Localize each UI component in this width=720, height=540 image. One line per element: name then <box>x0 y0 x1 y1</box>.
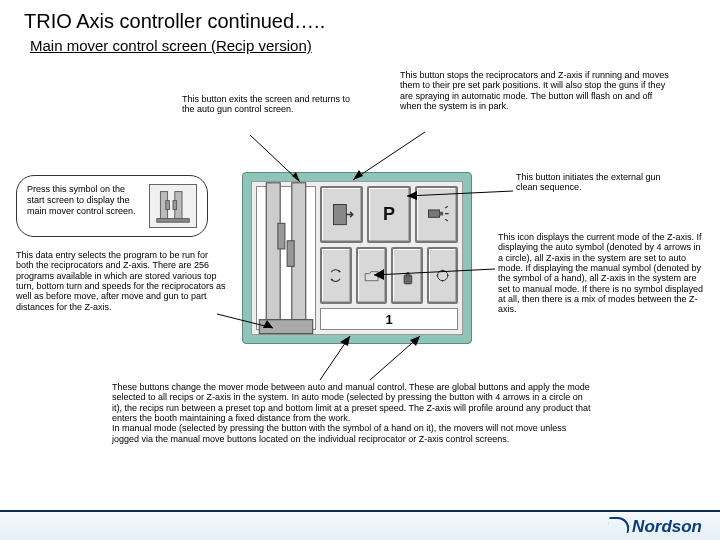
svg-rect-12 <box>439 212 443 216</box>
control-panel: P 1 <box>242 172 472 344</box>
gun-clean-icon <box>423 196 451 233</box>
svg-rect-11 <box>428 210 439 217</box>
reserved-button[interactable] <box>320 247 352 304</box>
svg-point-13 <box>437 270 447 280</box>
auto-arrows-icon <box>433 257 452 294</box>
svg-rect-1 <box>166 201 170 210</box>
stop-park-button[interactable]: P <box>367 186 410 243</box>
svg-rect-5 <box>266 183 280 320</box>
svg-rect-10 <box>333 204 346 224</box>
annotation-press: Press this symbol on the start screen to… <box>27 184 136 216</box>
page-subtitle: Main mover control screen (Recip version… <box>0 37 720 60</box>
control-screen: P 1 <box>251 181 463 335</box>
annotation-exit: This button exits the screen and returns… <box>182 94 352 115</box>
hand-icon <box>397 257 416 294</box>
auto-mode-button[interactable] <box>427 247 459 304</box>
press-symbol-callout: Press this symbol on the start screen to… <box>16 175 208 237</box>
press-symbol-icon <box>149 184 197 228</box>
footer-bar: Nordson <box>0 510 720 540</box>
folder-icon <box>362 257 381 294</box>
nordson-logo: Nordson <box>610 515 702 537</box>
exit-button[interactable] <box>320 186 363 243</box>
svg-rect-4 <box>157 219 189 223</box>
svg-rect-3 <box>173 201 177 210</box>
program-number-field[interactable]: 1 <box>320 308 458 330</box>
mode-indicator <box>356 247 388 304</box>
page-title: TRIO Axis controller continued….. <box>0 0 720 37</box>
p-label: P <box>383 204 395 225</box>
gun-clean-button[interactable] <box>415 186 458 243</box>
manual-mode-button[interactable] <box>391 247 423 304</box>
svg-rect-8 <box>287 241 294 267</box>
annotation-mode-icon: This icon displays the current mode of t… <box>498 232 704 315</box>
annotation-stop: This button stops the reciprocators and … <box>400 70 672 111</box>
machine-graphic <box>256 186 316 330</box>
annotation-global-buttons: These buttons change the mover mode betw… <box>112 382 592 444</box>
svg-rect-9 <box>259 319 312 333</box>
annotation-clean: This button initiates the external gun c… <box>516 172 664 193</box>
cycle-icon <box>326 257 345 294</box>
svg-rect-7 <box>278 223 285 249</box>
door-exit-icon <box>328 196 356 233</box>
annotation-program: This data entry selects the program to b… <box>16 250 226 312</box>
